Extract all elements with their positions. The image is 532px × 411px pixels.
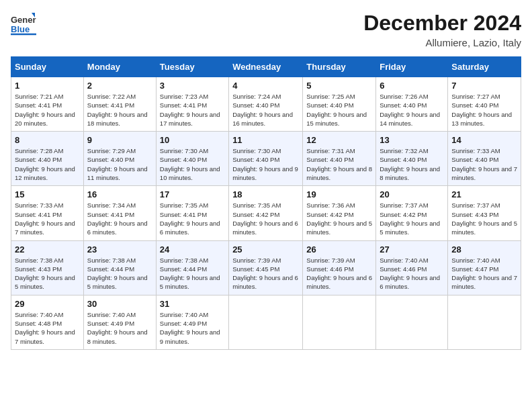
calendar-cell: 6Sunrise: 7:26 AMSunset: 4:40 PMDaylight…: [376, 77, 448, 132]
day-info: Sunrise: 7:39 AMSunset: 4:45 PMDaylight:…: [232, 256, 299, 291]
day-number: 29: [15, 299, 80, 309]
calendar-cell: 10Sunrise: 7:30 AMSunset: 4:40 PMDayligh…: [156, 132, 228, 186]
calendar-cell: [376, 295, 448, 349]
calendar-cell: 12Sunrise: 7:31 AMSunset: 4:40 PMDayligh…: [303, 132, 376, 186]
day-info: Sunrise: 7:30 AMSunset: 4:40 PMDaylight:…: [232, 146, 299, 182]
day-number: 24: [160, 244, 225, 255]
day-number: 14: [451, 135, 517, 145]
day-number: 5: [306, 81, 372, 91]
calendar-cell: 8Sunrise: 7:28 AMSunset: 4:40 PMDaylight…: [11, 132, 84, 186]
calendar-cell: 23Sunrise: 7:38 AMSunset: 4:44 PMDayligh…: [83, 240, 156, 295]
week-row-1: 1Sunrise: 7:21 AMSunset: 4:41 PMDaylight…: [11, 77, 521, 132]
day-info: Sunrise: 7:30 AMSunset: 4:40 PMDaylight:…: [160, 146, 225, 182]
day-info: Sunrise: 7:38 AMSunset: 4:44 PMDaylight:…: [160, 256, 225, 291]
day-info: Sunrise: 7:34 AMSunset: 4:41 PMDaylight:…: [87, 201, 152, 236]
day-info: Sunrise: 7:37 AMSunset: 4:43 PMDaylight:…: [451, 201, 517, 236]
day-number: 12: [306, 135, 372, 145]
day-info: Sunrise: 7:40 AMSunset: 4:49 PMDaylight:…: [160, 310, 225, 346]
calendar-cell: 20Sunrise: 7:37 AMSunset: 4:42 PMDayligh…: [376, 186, 448, 240]
day-number: 28: [451, 244, 517, 255]
day-number: 21: [451, 189, 517, 199]
day-number: 7: [451, 81, 517, 91]
weekday-header-tuesday: Tuesday: [156, 57, 228, 77]
calendar-cell: 31Sunrise: 7:40 AMSunset: 4:49 PMDayligh…: [156, 295, 228, 349]
page-header: General Blue December 2024 Allumiere, La…: [11, 11, 521, 48]
weekday-header-row: SundayMondayTuesdayWednesdayThursdayFrid…: [11, 57, 521, 77]
week-row-5: 29Sunrise: 7:40 AMSunset: 4:48 PMDayligh…: [11, 295, 521, 349]
day-info: Sunrise: 7:40 AMSunset: 4:46 PMDaylight:…: [380, 256, 444, 291]
day-info: Sunrise: 7:39 AMSunset: 4:46 PMDaylight:…: [306, 256, 372, 291]
day-number: 16: [87, 189, 152, 199]
day-number: 27: [380, 244, 444, 255]
day-number: 31: [160, 299, 225, 309]
day-info: Sunrise: 7:21 AMSunset: 4:41 PMDaylight:…: [15, 92, 80, 128]
calendar-cell: 16Sunrise: 7:34 AMSunset: 4:41 PMDayligh…: [83, 186, 156, 240]
weekday-header-saturday: Saturday: [448, 57, 521, 77]
week-row-2: 8Sunrise: 7:28 AMSunset: 4:40 PMDaylight…: [11, 132, 521, 186]
calendar-cell: 1Sunrise: 7:21 AMSunset: 4:41 PMDaylight…: [11, 77, 84, 132]
day-number: 6: [380, 81, 444, 91]
location: Allumiere, Lazio, Italy: [363, 37, 521, 48]
calendar-cell: 30Sunrise: 7:40 AMSunset: 4:49 PMDayligh…: [83, 295, 156, 349]
day-number: 22: [15, 244, 80, 255]
logo: General Blue: [11, 11, 39, 36]
day-info: Sunrise: 7:38 AMSunset: 4:44 PMDaylight:…: [87, 256, 152, 291]
weekday-header-wednesday: Wednesday: [229, 57, 303, 77]
day-info: Sunrise: 7:33 AMSunset: 4:40 PMDaylight:…: [451, 146, 517, 182]
day-info: Sunrise: 7:36 AMSunset: 4:42 PMDaylight:…: [306, 201, 372, 236]
calendar-cell: 4Sunrise: 7:24 AMSunset: 4:40 PMDaylight…: [229, 77, 303, 132]
calendar-cell: 9Sunrise: 7:29 AMSunset: 4:40 PMDaylight…: [83, 132, 156, 186]
calendar-cell: 14Sunrise: 7:33 AMSunset: 4:40 PMDayligh…: [448, 132, 521, 186]
calendar-cell: 29Sunrise: 7:40 AMSunset: 4:48 PMDayligh…: [11, 295, 84, 349]
day-info: Sunrise: 7:32 AMSunset: 4:40 PMDaylight:…: [380, 146, 444, 182]
calendar-cell: 2Sunrise: 7:22 AMSunset: 4:41 PMDaylight…: [83, 77, 156, 132]
weekday-header-sunday: Sunday: [11, 57, 84, 77]
day-info: Sunrise: 7:25 AMSunset: 4:40 PMDaylight:…: [306, 92, 372, 128]
calendar-cell: [303, 295, 376, 349]
day-info: Sunrise: 7:40 AMSunset: 4:48 PMDaylight:…: [15, 310, 80, 346]
calendar-cell: 3Sunrise: 7:23 AMSunset: 4:41 PMDaylight…: [156, 77, 228, 132]
day-info: Sunrise: 7:24 AMSunset: 4:40 PMDaylight:…: [232, 92, 299, 128]
calendar-cell: 19Sunrise: 7:36 AMSunset: 4:42 PMDayligh…: [303, 186, 376, 240]
day-info: Sunrise: 7:27 AMSunset: 4:40 PMDaylight:…: [451, 92, 517, 128]
day-info: Sunrise: 7:22 AMSunset: 4:41 PMDaylight:…: [87, 92, 152, 128]
calendar-table: SundayMondayTuesdayWednesdayThursdayFrid…: [11, 56, 521, 350]
weekday-header-monday: Monday: [83, 57, 156, 77]
calendar-cell: 27Sunrise: 7:40 AMSunset: 4:46 PMDayligh…: [376, 240, 448, 295]
day-number: 11: [232, 135, 299, 145]
weekday-header-friday: Friday: [376, 57, 448, 77]
calendar-cell: 24Sunrise: 7:38 AMSunset: 4:44 PMDayligh…: [156, 240, 228, 295]
day-number: 30: [87, 299, 152, 309]
day-number: 4: [232, 81, 299, 91]
day-number: 8: [15, 135, 80, 145]
day-info: Sunrise: 7:29 AMSunset: 4:40 PMDaylight:…: [87, 146, 152, 182]
day-number: 2: [87, 81, 152, 91]
calendar-cell: 5Sunrise: 7:25 AMSunset: 4:40 PMDaylight…: [303, 77, 376, 132]
calendar-cell: 11Sunrise: 7:30 AMSunset: 4:40 PMDayligh…: [229, 132, 303, 186]
calendar-cell: [448, 295, 521, 349]
title-block: December 2024 Allumiere, Lazio, Italy: [363, 11, 521, 48]
calendar-cell: 18Sunrise: 7:35 AMSunset: 4:42 PMDayligh…: [229, 186, 303, 240]
calendar-cell: 7Sunrise: 7:27 AMSunset: 4:40 PMDaylight…: [448, 77, 521, 132]
day-number: 25: [232, 244, 299, 255]
day-number: 17: [160, 189, 225, 199]
day-info: Sunrise: 7:28 AMSunset: 4:40 PMDaylight:…: [15, 146, 80, 182]
day-number: 26: [306, 244, 372, 255]
calendar-cell: 22Sunrise: 7:38 AMSunset: 4:43 PMDayligh…: [11, 240, 84, 295]
calendar-cell: 15Sunrise: 7:33 AMSunset: 4:41 PMDayligh…: [11, 186, 84, 240]
day-info: Sunrise: 7:23 AMSunset: 4:41 PMDaylight:…: [160, 92, 225, 128]
day-number: 3: [160, 81, 225, 91]
day-info: Sunrise: 7:35 AMSunset: 4:42 PMDaylight:…: [232, 201, 299, 236]
day-number: 9: [87, 135, 152, 145]
day-number: 15: [15, 189, 80, 199]
day-number: 10: [160, 135, 225, 145]
calendar-cell: 25Sunrise: 7:39 AMSunset: 4:45 PMDayligh…: [229, 240, 303, 295]
calendar-cell: 28Sunrise: 7:40 AMSunset: 4:47 PMDayligh…: [448, 240, 521, 295]
weekday-header-thursday: Thursday: [303, 57, 376, 77]
month-title: December 2024: [363, 11, 521, 36]
day-number: 20: [380, 189, 444, 199]
week-row-3: 15Sunrise: 7:33 AMSunset: 4:41 PMDayligh…: [11, 186, 521, 240]
day-info: Sunrise: 7:40 AMSunset: 4:47 PMDaylight:…: [451, 256, 517, 291]
calendar-body: 1Sunrise: 7:21 AMSunset: 4:41 PMDaylight…: [11, 77, 521, 350]
calendar-cell: [229, 295, 303, 349]
